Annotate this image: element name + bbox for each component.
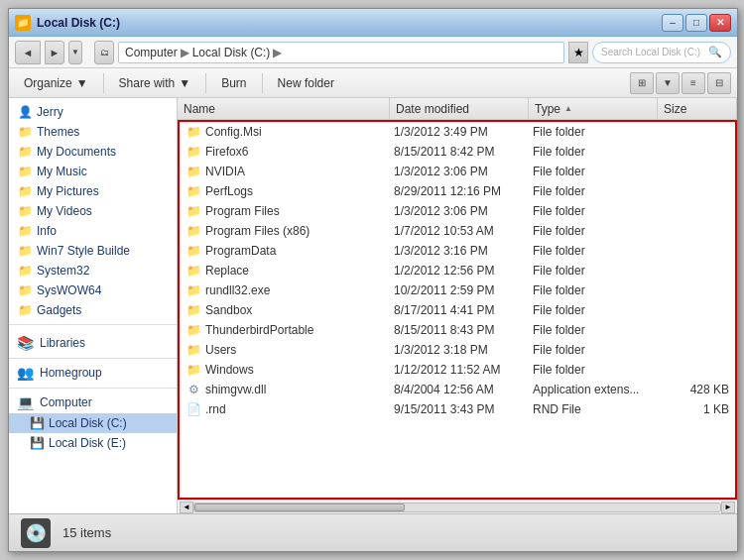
view-grid-button[interactable]: ⊞ (630, 72, 654, 94)
file-type: File folder (527, 165, 656, 178)
file-name: 📁 Config.Msi (180, 124, 388, 140)
burn-label: Burn (221, 76, 246, 90)
share-label: Share with (119, 76, 176, 90)
computer-icon: 💻 (17, 394, 34, 410)
table-row[interactable]: 📁 Program Files (x86) 1/7/2012 10:53 AM … (180, 221, 735, 241)
up-button[interactable]: 🗂 (94, 41, 114, 64)
libraries-icon: 📚 (17, 335, 34, 351)
sidebar-section-homegroup[interactable]: 👥 Homegroup (9, 362, 177, 384)
sidebar-label-system32: System32 (37, 264, 89, 278)
file-icon: 📁 (186, 342, 201, 358)
sidebar-section-computer[interactable]: 💻 Computer (9, 392, 177, 413)
file-type: RND File (527, 402, 656, 416)
sidebar-item-music[interactable]: 📁 My Music (9, 162, 177, 181)
win7style-icon: 📁 (17, 243, 33, 259)
table-row[interactable]: 📄 .rnd 9/15/2011 3:43 PM RND File 1 KB (180, 399, 735, 419)
table-row[interactable]: 📁 ProgramData 1/3/2012 3:16 PM File fold… (180, 241, 735, 261)
file-date: 1/3/2012 3:06 PM (388, 165, 527, 178)
maximize-button[interactable]: □ (685, 14, 707, 32)
search-box[interactable]: Search Local Disk (C:) 🔍 (592, 42, 731, 63)
address-path[interactable]: Computer ▶ Local Disk (C:) ▶ (118, 42, 564, 63)
col-header-type[interactable]: Type ▲ (529, 98, 658, 119)
file-date: 1/7/2012 10:53 AM (388, 224, 527, 238)
back-button[interactable]: ◄ (15, 41, 41, 64)
sidebar-item-system32[interactable]: 📁 System32 (9, 261, 177, 280)
col-header-date[interactable]: Date modified (390, 98, 529, 119)
table-row[interactable]: 📁 NVIDIA 1/3/2012 3:06 PM File folder (180, 162, 735, 181)
sidebar-item-themes[interactable]: 📁 Themes (9, 122, 177, 142)
col-header-name[interactable]: Name (178, 98, 390, 119)
table-row[interactable]: 📁 Config.Msi 1/3/2012 3:49 PM File folde… (180, 122, 735, 142)
file-name: 📁 Replace (180, 263, 388, 279)
table-row[interactable]: 📁 Firefox6 8/15/2011 8:42 PM File folder (180, 142, 735, 162)
homegroup-icon: 👥 (17, 365, 34, 381)
table-row[interactable]: 📁 Users 1/3/2012 3:18 PM File folder (180, 340, 735, 360)
hscroll-bar[interactable]: ◄ ► (178, 500, 737, 513)
table-row[interactable]: 📁 PerfLogs 8/29/2011 12:16 PM File folde… (180, 181, 735, 201)
sidebar-item-pictures[interactable]: 📁 My Pictures (9, 181, 177, 201)
table-row[interactable]: 📁 Program Files 1/3/2012 3:06 PM File fo… (180, 201, 735, 221)
col-type-label: Type (535, 102, 560, 116)
sidebar-item-gadgets[interactable]: 📁 Gadgets (9, 300, 177, 320)
file-date: 9/15/2011 3:43 PM (388, 402, 527, 416)
pin-button[interactable]: ★ (568, 42, 588, 63)
file-type: File folder (527, 184, 656, 198)
col-header-size[interactable]: Size (658, 98, 737, 119)
sidebar-item-info[interactable]: 📁 Info (9, 221, 177, 241)
edrive-icon: 💾 (29, 435, 45, 451)
history-dropdown[interactable]: ▼ (68, 41, 82, 64)
new-folder-button[interactable]: New folder (269, 72, 343, 94)
sidebar-item-win7style[interactable]: 📁 Win7 Style Builde (9, 241, 177, 261)
sidebar-label-win7style: Win7 Style Builde (37, 244, 130, 258)
table-row[interactable]: 📁 Sandbox 8/17/2011 4:41 PM File folder (180, 300, 735, 320)
view-dropdown-button[interactable]: ▼ (656, 72, 680, 94)
file-date: 10/2/2011 2:59 PM (388, 283, 527, 297)
file-icon: 📁 (186, 183, 201, 199)
table-row[interactable]: 📁 rundll32.exe 10/2/2011 2:59 PM File fo… (180, 280, 735, 300)
cdrive-icon: 💾 (29, 415, 45, 431)
sidebar-label-info: Info (37, 224, 57, 238)
sidebar-item-documents[interactable]: 📁 My Documents (9, 142, 177, 162)
table-row[interactable]: 📁 Windows 1/12/2012 11:52 AM File folder (180, 360, 735, 380)
close-button[interactable]: ✕ (709, 14, 731, 32)
sidebar-section-libraries[interactable]: 📚 Libraries (9, 332, 177, 354)
path-segment-computer: Computer (125, 46, 178, 59)
hscroll-right[interactable]: ► (721, 502, 735, 513)
table-row[interactable]: 📁 ThunderbirdPortable 8/15/2011 8:43 PM … (180, 320, 735, 340)
file-icon: 📁 (186, 203, 201, 219)
file-type: File folder (527, 363, 656, 377)
file-type: File folder (527, 323, 656, 337)
sidebar-item-edrive[interactable]: 💾 Local Disk (E:) (9, 433, 177, 453)
path-sep-1: ▶ (181, 46, 189, 59)
file-date: 1/3/2012 3:06 PM (388, 204, 527, 218)
status-bar: 💿 15 items (9, 513, 737, 551)
view-preview-button[interactable]: ⊟ (707, 72, 731, 94)
table-row[interactable]: 📁 Replace 1/2/2012 12:56 PM File folder (180, 261, 735, 280)
share-arrow: ▼ (179, 76, 190, 90)
file-date: 8/15/2011 8:43 PM (388, 323, 527, 337)
file-size: 1 KB (656, 402, 735, 416)
sidebar-item-videos[interactable]: 📁 My Videos (9, 201, 177, 221)
share-button[interactable]: Share with ▼ (110, 72, 200, 94)
sidebar-item-jerry[interactable]: 👤 Jerry (9, 102, 177, 122)
view-details-button[interactable]: ≡ (682, 72, 705, 94)
minimize-button[interactable]: – (662, 14, 683, 32)
sidebar: 👤 Jerry 📁 Themes 📁 My Documents 📁 My Mus… (9, 98, 178, 513)
sidebar-item-syswow64[interactable]: 📁 SysWOW64 (9, 280, 177, 300)
pictures-icon: 📁 (17, 183, 33, 199)
organize-button[interactable]: Organize ▼ (15, 72, 97, 94)
sidebar-label-gadgets: Gadgets (37, 303, 81, 317)
burn-button[interactable]: Burn (212, 72, 255, 94)
file-name: ⚙ shimgvw.dll (180, 382, 388, 397)
new-folder-label: New folder (278, 76, 334, 90)
hscroll-thumb (194, 504, 405, 511)
hscroll-left[interactable]: ◄ (180, 502, 193, 513)
file-name: 📁 NVIDIA (180, 164, 388, 179)
sidebar-item-cdrive[interactable]: 💾 Local Disk (C:) (9, 413, 177, 433)
table-row[interactable]: ⚙ shimgvw.dll 8/4/2004 12:56 AM Applicat… (180, 380, 735, 399)
gadgets-icon: 📁 (17, 302, 33, 318)
hscroll-track[interactable] (193, 503, 721, 512)
file-icon: 📁 (186, 223, 201, 239)
main-content: 👤 Jerry 📁 Themes 📁 My Documents 📁 My Mus… (9, 98, 737, 513)
forward-button[interactable]: ► (45, 41, 64, 64)
